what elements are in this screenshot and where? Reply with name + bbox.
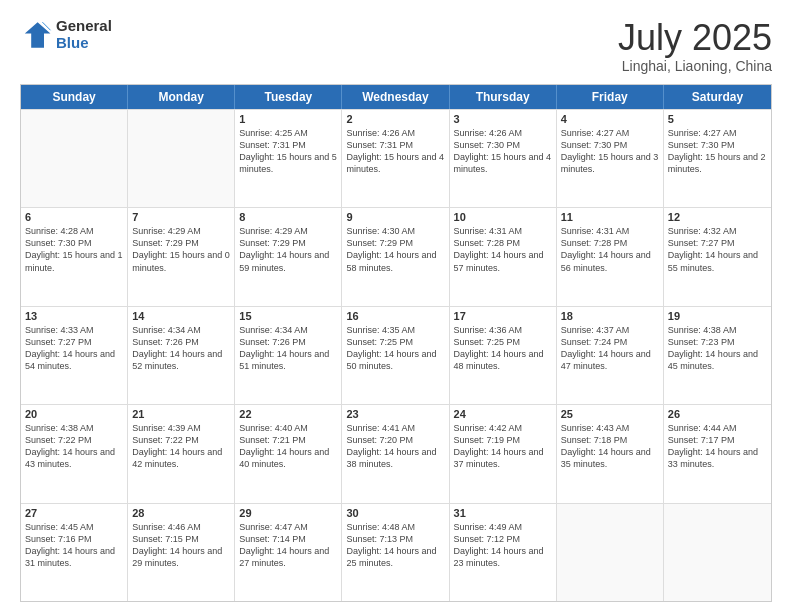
- day-number: 22: [239, 408, 337, 420]
- header: General Blue July 2025 Linghai, Liaoning…: [20, 18, 772, 74]
- calendar-cell: 31Sunrise: 4:49 AM Sunset: 7:12 PM Dayli…: [450, 504, 557, 601]
- day-number: 20: [25, 408, 123, 420]
- day-number: 8: [239, 211, 337, 223]
- day-number: 24: [454, 408, 552, 420]
- cell-info: Sunrise: 4:45 AM Sunset: 7:16 PM Dayligh…: [25, 522, 115, 568]
- calendar-cell: 22Sunrise: 4:40 AM Sunset: 7:21 PM Dayli…: [235, 405, 342, 502]
- calendar-cell: [21, 110, 128, 207]
- calendar-row: 6Sunrise: 4:28 AM Sunset: 7:30 PM Daylig…: [21, 207, 771, 305]
- day-number: 17: [454, 310, 552, 322]
- calendar-cell: 19Sunrise: 4:38 AM Sunset: 7:23 PM Dayli…: [664, 307, 771, 404]
- day-number: 15: [239, 310, 337, 322]
- day-number: 16: [346, 310, 444, 322]
- weekday-header: Monday: [128, 85, 235, 109]
- cell-info: Sunrise: 4:25 AM Sunset: 7:31 PM Dayligh…: [239, 128, 337, 174]
- title-block: July 2025 Linghai, Liaoning, China: [618, 18, 772, 74]
- title-month: July 2025: [618, 18, 772, 58]
- cell-info: Sunrise: 4:27 AM Sunset: 7:30 PM Dayligh…: [668, 128, 766, 174]
- cell-info: Sunrise: 4:36 AM Sunset: 7:25 PM Dayligh…: [454, 325, 544, 371]
- cell-info: Sunrise: 4:39 AM Sunset: 7:22 PM Dayligh…: [132, 423, 222, 469]
- cell-info: Sunrise: 4:43 AM Sunset: 7:18 PM Dayligh…: [561, 423, 651, 469]
- day-number: 29: [239, 507, 337, 519]
- calendar-cell: 23Sunrise: 4:41 AM Sunset: 7:20 PM Dayli…: [342, 405, 449, 502]
- cell-info: Sunrise: 4:29 AM Sunset: 7:29 PM Dayligh…: [239, 226, 329, 272]
- logo-blue: Blue: [56, 35, 112, 52]
- cell-info: Sunrise: 4:31 AM Sunset: 7:28 PM Dayligh…: [454, 226, 544, 272]
- day-number: 4: [561, 113, 659, 125]
- cell-info: Sunrise: 4:29 AM Sunset: 7:29 PM Dayligh…: [132, 226, 230, 272]
- logo-general: General: [56, 18, 112, 35]
- day-number: 28: [132, 507, 230, 519]
- day-number: 3: [454, 113, 552, 125]
- calendar-cell: 29Sunrise: 4:47 AM Sunset: 7:14 PM Dayli…: [235, 504, 342, 601]
- day-number: 23: [346, 408, 444, 420]
- calendar-cell: 10Sunrise: 4:31 AM Sunset: 7:28 PM Dayli…: [450, 208, 557, 305]
- weekday-header: Thursday: [450, 85, 557, 109]
- cell-info: Sunrise: 4:40 AM Sunset: 7:21 PM Dayligh…: [239, 423, 329, 469]
- cell-info: Sunrise: 4:49 AM Sunset: 7:12 PM Dayligh…: [454, 522, 544, 568]
- day-number: 1: [239, 113, 337, 125]
- day-number: 2: [346, 113, 444, 125]
- cell-info: Sunrise: 4:46 AM Sunset: 7:15 PM Dayligh…: [132, 522, 222, 568]
- cell-info: Sunrise: 4:31 AM Sunset: 7:28 PM Dayligh…: [561, 226, 651, 272]
- logo: General Blue: [20, 18, 112, 51]
- weekday-header: Saturday: [664, 85, 771, 109]
- calendar-cell: 30Sunrise: 4:48 AM Sunset: 7:13 PM Dayli…: [342, 504, 449, 601]
- cell-info: Sunrise: 4:33 AM Sunset: 7:27 PM Dayligh…: [25, 325, 115, 371]
- calendar-cell: 26Sunrise: 4:44 AM Sunset: 7:17 PM Dayli…: [664, 405, 771, 502]
- day-number: 9: [346, 211, 444, 223]
- day-number: 11: [561, 211, 659, 223]
- cell-info: Sunrise: 4:27 AM Sunset: 7:30 PM Dayligh…: [561, 128, 659, 174]
- calendar-cell: 15Sunrise: 4:34 AM Sunset: 7:26 PM Dayli…: [235, 307, 342, 404]
- calendar-cell: 13Sunrise: 4:33 AM Sunset: 7:27 PM Dayli…: [21, 307, 128, 404]
- calendar-cell: 7Sunrise: 4:29 AM Sunset: 7:29 PM Daylig…: [128, 208, 235, 305]
- calendar-cell: 1Sunrise: 4:25 AM Sunset: 7:31 PM Daylig…: [235, 110, 342, 207]
- day-number: 27: [25, 507, 123, 519]
- weekday-header: Sunday: [21, 85, 128, 109]
- logo-icon: [20, 19, 52, 51]
- day-number: 14: [132, 310, 230, 322]
- calendar-cell: 20Sunrise: 4:38 AM Sunset: 7:22 PM Dayli…: [21, 405, 128, 502]
- cell-info: Sunrise: 4:35 AM Sunset: 7:25 PM Dayligh…: [346, 325, 436, 371]
- calendar-cell: 17Sunrise: 4:36 AM Sunset: 7:25 PM Dayli…: [450, 307, 557, 404]
- weekday-header: Wednesday: [342, 85, 449, 109]
- cell-info: Sunrise: 4:38 AM Sunset: 7:23 PM Dayligh…: [668, 325, 758, 371]
- calendar-cell: 2Sunrise: 4:26 AM Sunset: 7:31 PM Daylig…: [342, 110, 449, 207]
- cell-info: Sunrise: 4:41 AM Sunset: 7:20 PM Dayligh…: [346, 423, 436, 469]
- day-number: 18: [561, 310, 659, 322]
- cell-info: Sunrise: 4:34 AM Sunset: 7:26 PM Dayligh…: [239, 325, 329, 371]
- calendar-header: SundayMondayTuesdayWednesdayThursdayFrid…: [21, 85, 771, 109]
- cell-info: Sunrise: 4:42 AM Sunset: 7:19 PM Dayligh…: [454, 423, 544, 469]
- calendar-cell: [557, 504, 664, 601]
- weekday-header: Tuesday: [235, 85, 342, 109]
- calendar-cell: 5Sunrise: 4:27 AM Sunset: 7:30 PM Daylig…: [664, 110, 771, 207]
- day-number: 12: [668, 211, 767, 223]
- day-number: 6: [25, 211, 123, 223]
- calendar-cell: 21Sunrise: 4:39 AM Sunset: 7:22 PM Dayli…: [128, 405, 235, 502]
- calendar-cell: 14Sunrise: 4:34 AM Sunset: 7:26 PM Dayli…: [128, 307, 235, 404]
- calendar-cell: 27Sunrise: 4:45 AM Sunset: 7:16 PM Dayli…: [21, 504, 128, 601]
- cell-info: Sunrise: 4:26 AM Sunset: 7:30 PM Dayligh…: [454, 128, 552, 174]
- day-number: 7: [132, 211, 230, 223]
- day-number: 31: [454, 507, 552, 519]
- calendar-cell: 18Sunrise: 4:37 AM Sunset: 7:24 PM Dayli…: [557, 307, 664, 404]
- cell-info: Sunrise: 4:48 AM Sunset: 7:13 PM Dayligh…: [346, 522, 436, 568]
- calendar-cell: 16Sunrise: 4:35 AM Sunset: 7:25 PM Dayli…: [342, 307, 449, 404]
- day-number: 10: [454, 211, 552, 223]
- cell-info: Sunrise: 4:37 AM Sunset: 7:24 PM Dayligh…: [561, 325, 651, 371]
- weekday-header: Friday: [557, 85, 664, 109]
- day-number: 13: [25, 310, 123, 322]
- calendar-cell: 25Sunrise: 4:43 AM Sunset: 7:18 PM Dayli…: [557, 405, 664, 502]
- day-number: 25: [561, 408, 659, 420]
- calendar-cell: 4Sunrise: 4:27 AM Sunset: 7:30 PM Daylig…: [557, 110, 664, 207]
- calendar-row: 1Sunrise: 4:25 AM Sunset: 7:31 PM Daylig…: [21, 109, 771, 207]
- calendar-body: 1Sunrise: 4:25 AM Sunset: 7:31 PM Daylig…: [21, 109, 771, 601]
- calendar-cell: 6Sunrise: 4:28 AM Sunset: 7:30 PM Daylig…: [21, 208, 128, 305]
- calendar-cell: [664, 504, 771, 601]
- calendar-cell: 12Sunrise: 4:32 AM Sunset: 7:27 PM Dayli…: [664, 208, 771, 305]
- calendar-cell: 11Sunrise: 4:31 AM Sunset: 7:28 PM Dayli…: [557, 208, 664, 305]
- day-number: 26: [668, 408, 767, 420]
- day-number: 19: [668, 310, 767, 322]
- cell-info: Sunrise: 4:30 AM Sunset: 7:29 PM Dayligh…: [346, 226, 436, 272]
- calendar: SundayMondayTuesdayWednesdayThursdayFrid…: [20, 84, 772, 602]
